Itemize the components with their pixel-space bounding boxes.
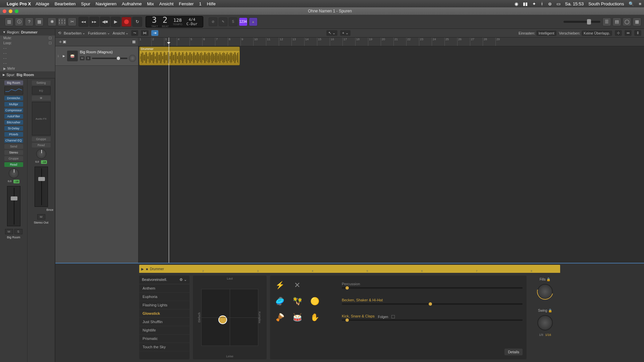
- volume-fader[interactable]: [7, 186, 20, 226]
- rewind-button[interactable]: ◂◂: [78, 17, 89, 27]
- pan-knob[interactable]: [9, 168, 19, 178]
- hihat-icon[interactable]: 🟡: [309, 296, 320, 307]
- plugin-slot[interactable]: St-Delay: [4, 126, 23, 131]
- automation-mode[interactable]: Read: [32, 143, 51, 147]
- swing-1-8[interactable]: 1/8: [539, 333, 543, 337]
- plugin-slot[interactable]: Multipr: [4, 102, 23, 107]
- minimize-button[interactable]: [9, 9, 12, 13]
- cymbal-icon[interactable]: 🥏: [274, 296, 285, 307]
- menu-spur[interactable]: Spur: [81, 1, 90, 6]
- preset-gear-icon[interactable]: ⚙ ⌄: [179, 278, 187, 282]
- bounce-button[interactable]: Bnce: [46, 208, 53, 212]
- quickhelp-button[interactable]: ?: [25, 17, 34, 26]
- ruler-tick[interactable]: 13: [291, 38, 296, 46]
- kick-icon[interactable]: 🪘: [274, 312, 285, 323]
- ruler-tick[interactable]: 7: [215, 38, 218, 46]
- strip-name[interactable]: Big Room: [4, 80, 23, 85]
- view-menu[interactable]: Ansicht ⌄: [113, 31, 128, 35]
- link-button[interactable]: ⟲: [58, 31, 61, 35]
- smart-controls-button[interactable]: ✺: [48, 17, 56, 26]
- list-editors-button[interactable]: ☰: [602, 17, 611, 26]
- record-button[interactable]: [121, 17, 131, 27]
- solo-mode-button[interactable]: S: [229, 17, 237, 26]
- ruler-tick[interactable]: 2: [151, 38, 154, 46]
- status-icon[interactable]: ✦: [532, 1, 536, 6]
- mixer-button[interactable]: ╎╎╎: [58, 17, 66, 26]
- menu-ansicht[interactable]: Ansicht: [159, 1, 174, 6]
- plugin-slot[interactable]: Channel EQ: [4, 138, 23, 143]
- ruler-tick[interactable]: 15: [317, 38, 321, 46]
- clap-icon[interactable]: ✋: [309, 312, 320, 323]
- follow-checkbox[interactable]: [391, 315, 395, 318]
- catch-toggle[interactable]: ⇥: [151, 30, 158, 36]
- audiofx-slot[interactable]: Audio FX: [32, 102, 51, 135]
- volume-fader[interactable]: [35, 167, 48, 207]
- ruler-tick[interactable]: 20: [381, 38, 385, 46]
- notification-center-icon[interactable]: ≡: [639, 1, 641, 6]
- pointer-tool[interactable]: ↖ ⌄: [326, 30, 337, 36]
- track-inspector-header[interactable]: ▶Spur: Big Room: [0, 71, 55, 78]
- ruler-tick[interactable]: 22: [406, 38, 411, 46]
- preset-item[interactable]: Glowstick: [139, 309, 190, 318]
- ruler-tick[interactable]: 5: [190, 38, 192, 46]
- ruler-tick[interactable]: 8: [228, 38, 230, 46]
- ruler-tick[interactable]: 19: [368, 38, 372, 46]
- ruler-tick[interactable]: 21: [393, 38, 398, 46]
- lock-icon[interactable]: 🔒: [548, 309, 552, 312]
- editors-button[interactable]: ✂: [68, 17, 76, 26]
- status-icon[interactable]: ▮▮: [523, 1, 528, 6]
- ruler-tick[interactable]: 25: [444, 38, 449, 46]
- track-volume-slider[interactable]: [92, 58, 127, 59]
- countoff-button[interactable]: 1234: [239, 17, 248, 26]
- forward-button[interactable]: ▸▸: [89, 17, 99, 27]
- ruler-tick[interactable]: 4: [177, 38, 179, 46]
- cycle-button[interactable]: ↻: [132, 17, 142, 27]
- ruler-tick[interactable]: 3: [164, 38, 167, 46]
- output-slot[interactable]: Stereo: [4, 150, 23, 155]
- swing-1-16[interactable]: 1/16: [545, 333, 551, 337]
- ruler-tick[interactable]: 6: [202, 38, 205, 46]
- ruler-tick[interactable]: 10: [253, 38, 258, 46]
- search-icon[interactable]: 🔍: [629, 1, 634, 6]
- preset-item[interactable]: Nightlife: [139, 326, 190, 335]
- ruler-tick[interactable]: 1: [139, 38, 141, 46]
- notepad-button[interactable]: ▤: [612, 17, 621, 26]
- group-slot[interactable]: Gruppe: [4, 156, 23, 161]
- edit-menu[interactable]: Bearbeiten ⌄: [64, 31, 85, 35]
- plugin-slot[interactable]: Compressor: [4, 108, 23, 113]
- setting-button[interactable]: Setting: [32, 80, 51, 85]
- ruler-tick[interactable]: 27: [470, 38, 474, 46]
- add-track-button[interactable]: ＋: [58, 39, 63, 45]
- track-name[interactable]: Big Room (Magnus): [80, 50, 136, 54]
- preview-stop-icon[interactable]: ■: [146, 267, 148, 271]
- preset-item[interactable]: Anthem: [139, 284, 190, 293]
- status-bluetooth-icon[interactable]: ᚼ: [541, 1, 543, 6]
- ruler-tick[interactable]: 12: [279, 38, 283, 46]
- drag-dropdown[interactable]: Keine Überlapp.: [582, 31, 612, 36]
- plugin-slot[interactable]: PtVerb: [4, 132, 23, 137]
- snare-icon[interactable]: 🥁: [291, 312, 303, 323]
- status-airplay-icon[interactable]: ▭: [556, 1, 560, 6]
- more-disclosure[interactable]: ▶Mehr: [0, 66, 55, 71]
- mute-button[interactable]: M: [5, 229, 13, 234]
- library-button[interactable]: ▥: [5, 17, 13, 26]
- global-tracks-button[interactable]: ▦: [132, 40, 136, 44]
- percussion-slider[interactable]: [342, 287, 523, 289]
- ruler-tick[interactable]: 18: [355, 38, 360, 46]
- browser-button[interactable]: ▦: [633, 17, 641, 26]
- preset-item[interactable]: Prismatic: [139, 335, 190, 343]
- menu-1[interactable]: 1: [199, 1, 201, 6]
- alt-tool[interactable]: + ⌄: [340, 30, 350, 36]
- eq-slot[interactable]: EQ: [32, 86, 51, 95]
- mute-checkbox[interactable]: ☐: [49, 36, 52, 40]
- bar-ruler[interactable]: 1234567891011121314151617181920212223242…: [139, 38, 644, 46]
- menubar-clock[interactable]: Sa. 15:53: [565, 1, 584, 6]
- track-header[interactable]: 1 ▶ 🥁 Big Room (Magnus) M S: [55, 46, 138, 66]
- snap-dropdown[interactable]: Intelligent: [536, 31, 556, 36]
- automation-toggle[interactable]: ⤳: [131, 30, 138, 36]
- lcd-sig[interactable]: 4/4: [189, 17, 195, 22]
- preset-item[interactable]: Touch the Sky: [139, 343, 190, 351]
- instrument-slot[interactable]: DrmMchn: [4, 96, 23, 101]
- ruler-tick[interactable]: 29: [495, 38, 500, 46]
- lcd-tempo[interactable]: 128: [173, 17, 182, 23]
